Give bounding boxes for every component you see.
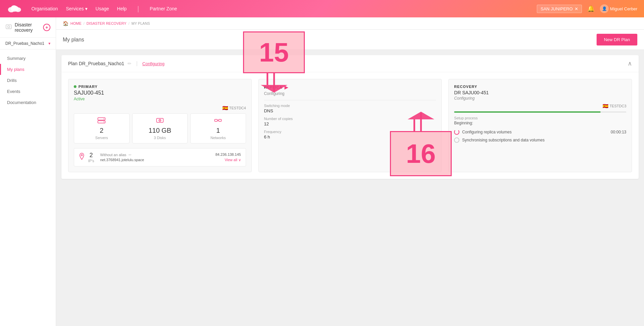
servers-icon [97,117,105,125]
sidebar-item-drills[interactable]: Drills [0,75,56,86]
breadcrumb-home[interactable]: HOME [70,21,81,25]
panels-row: PRIMARY SAJU00-451 Active 🇪🇸 TESTDC4 [61,72,639,179]
recovery-flag-icon: 🇪🇸 [603,103,608,109]
networks-count: 1 [216,127,220,134]
replica-play-icon: ▶ [284,85,288,90]
breadcrumb-dr[interactable]: DISASTER RECOVERY [86,21,127,25]
primary-status: Active [74,97,246,101]
svg-point-16 [81,154,82,156]
svg-rect-4 [6,25,11,29]
nav-help[interactable]: Help [117,6,127,11]
replica-switching-mode: Switching mode DNS [264,104,436,113]
process-item-1: Configuring replica volumes 00:00:13 [454,129,626,135]
nav-organisation[interactable]: Organisation [31,6,58,11]
svg-point-3 [11,5,17,10]
process-time-1: 00:00:13 [611,130,626,134]
top-navigation: Organisation Services ▾ Usage Help | Par… [0,0,644,17]
region-name: SAN JUNIPERO [541,6,573,11]
logo[interactable] [7,4,21,14]
plan-collapse-button[interactable]: ∧ [628,60,632,67]
avatar: 👤 [600,4,609,13]
recovery-server-name: DR SAJU00-451 [454,90,626,95]
sidebar-item-summary[interactable]: Summary [0,53,56,64]
setup-process-value: Beginning: [454,121,626,125]
replica-panel: REPLICA ▶ Configuring Switching mode DNS… [258,79,442,172]
sidebar-title: Disaster recovery [15,22,40,33]
nav-items: Organisation Services ▾ Usage Help | Par… [31,5,537,13]
disks-label: 3 Disks [154,136,166,140]
svg-rect-14 [219,119,221,121]
stat-disks: 110 GB 3 Disks [132,113,188,143]
ip-details: Without an alias ✏ net.3768941.jotelulu.… [100,153,212,162]
process-label-1: Configuring replica volumes [462,130,608,134]
nav-right: SAN JUNIPERO ✕ 🔔 👤 Miguel Cerber [537,4,637,13]
breadcrumb-home-icon: 🏠 [63,21,68,26]
plan-name-label: DR_Pruebas_Nacho1 [5,41,46,46]
page-header: My plans New DR Plan [56,30,644,50]
replica-status: Configuring [264,91,436,96]
process-pending-icon [454,137,459,143]
networks-label: Networks [210,136,226,140]
region-selector[interactable]: SAN JUNIPERO ✕ [537,5,582,13]
disks-icon [156,117,164,125]
plan-section: Plan DR_Pruebas_Nacho1 ✏ | Configuring ∧… [61,55,639,179]
plan-dropdown-icon: ▾ [48,41,50,46]
svg-rect-13 [215,119,217,121]
breadcrumb-sep-2: / [129,21,130,25]
svg-point-5 [8,26,10,28]
servers-count: 2 [100,127,103,134]
plan-selector[interactable]: DR_Pruebas_Nacho1 ▾ [0,38,56,49]
replica-number-of-copies: Number of copies 12 [264,117,436,126]
ip-label: IP's [88,159,94,163]
recovery-panel: RECOVERY DR SAJU00-451 Configuring 🇪🇸 TE… [448,79,632,172]
primary-label: PRIMARY [74,85,246,89]
recovery-label: RECOVERY [454,85,626,89]
networks-icon [214,117,222,125]
primary-stats-row: 2 Servers 110 GB [74,113,246,143]
nav-services[interactable]: Services ▾ [66,6,87,11]
sidebar-header: Disaster recovery + [0,17,56,38]
replica-label: REPLICA ▶ [264,85,436,90]
svg-point-9 [103,122,104,122]
es-flag-icon: 🇪🇸 [222,105,228,111]
breadcrumb-sep-1: / [83,21,84,25]
plan-edit-icon[interactable]: ✏ [128,61,132,66]
notifications-bell-icon[interactable]: 🔔 [587,5,595,12]
breadcrumb: 🏠 HOME / DISASTER RECOVERY / MY PLANS [56,17,644,30]
replica-divider [264,100,436,100]
sidebar-item-events[interactable]: Events [0,86,56,97]
region-dropdown-icon: ✕ [575,6,578,11]
stat-servers: 2 Servers [74,113,130,143]
recovery-datacenter: 🇪🇸 TESTDC3 [454,103,626,109]
view-all-link[interactable]: View all ∨ [225,158,241,162]
svg-point-12 [160,120,160,121]
page-title: My plans [63,37,84,43]
primary-panel: PRIMARY SAJU00-451 Active 🇪🇸 TESTDC4 [68,79,252,172]
sidebar-item-my-plans[interactable]: My plans [0,64,56,75]
ip-network: net.3768941.jotelulu.space [100,158,212,162]
plan-status-link[interactable]: Configuring [142,61,165,66]
alias-edit-icon[interactable]: ✏ [129,153,132,157]
add-dr-button[interactable]: + [43,24,50,31]
recovery-status: Configuring [454,96,626,101]
user-menu[interactable]: 👤 Miguel Cerber [600,4,637,13]
nav-usage[interactable]: Usage [95,6,109,11]
replica-frequency: Frequency 6 h [264,130,436,139]
progress-bar-container [454,111,626,113]
process-item-2: Synchronising subscriptions and data vol… [454,137,626,143]
process-label-2: Synchronising subscriptions and data vol… [462,138,624,142]
nav-partner-zone[interactable]: Partner Zone [150,6,177,11]
ip-right: 84.236.138.145 View all ∨ [215,152,241,162]
user-name: Miguel Cerber [610,6,637,11]
breadcrumb-current: MY PLANS [132,21,150,25]
new-dr-plan-button[interactable]: New DR Plan [597,34,637,45]
ip-count: 2 [89,152,93,159]
stat-networks: 1 Networks [190,113,246,143]
primary-status-dot [74,85,76,88]
storage-value: 110 GB [149,127,171,134]
setup-process-label: Setup process [454,116,626,120]
servers-label: Servers [95,136,108,140]
sidebar-item-documentation[interactable]: Documentation [0,97,56,108]
plan-header: Plan DR_Pruebas_Nacho1 ✏ | Configuring ∧ [61,55,639,72]
plan-header-name: Plan DR_Pruebas_Nacho1 [68,61,124,66]
